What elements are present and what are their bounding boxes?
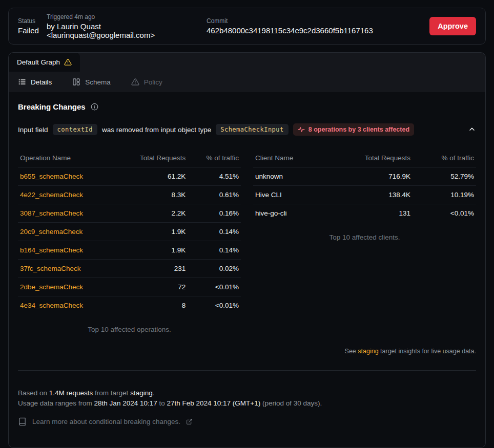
requests-count: 1.4M requests	[49, 389, 93, 397]
operation-link[interactable]: 2dbe_schemaCheck	[18, 278, 115, 296]
cell: 231	[115, 260, 188, 278]
range-end-date: 27th Feb 2024 10:17 (GMT+1)	[167, 399, 260, 407]
tab-schema[interactable]: Schema	[72, 78, 111, 86]
warning-triangle-icon	[64, 58, 72, 66]
cell: 0.16%	[188, 204, 241, 223]
operations-table: Operation NameTotal Requests% of traffic…	[18, 149, 241, 333]
cell: 0.02%	[188, 260, 241, 278]
info-icon[interactable]	[91, 103, 98, 111]
cell: 2.2K	[115, 204, 188, 223]
impact-badge[interactable]: 8 operations by 3 clients affected	[293, 123, 414, 136]
learn-more-link[interactable]: Learn more about conditional breaking ch…	[18, 417, 476, 426]
table-row: 37fc_schemaCheck2310.02%	[18, 260, 241, 278]
impact-badge-label: 8 operations by 3 clients affected	[308, 126, 409, 133]
tab-details[interactable]: Details	[18, 78, 52, 86]
check-nav: Details Schema Policy	[9, 72, 485, 92]
insights-note-suffix: target insights for live usage data.	[379, 348, 476, 355]
table-row: hive-go-cli131<0.01%	[253, 204, 476, 223]
column-header: Client Name	[253, 149, 326, 167]
tab-details-label: Details	[31, 78, 52, 86]
cell: <0.01%	[188, 278, 241, 296]
details-content: Breaking Changes Input field contextId w…	[9, 102, 485, 426]
triggered-label: Triggered 4m ago	[47, 13, 200, 20]
target-name: staging	[130, 389, 153, 397]
breaking-change-row[interactable]: Input field contextId was removed from i…	[18, 123, 476, 136]
panel-header: Default Graph Details	[9, 53, 485, 92]
graph-tab-row: Default Graph	[9, 53, 485, 72]
triggered-column: Triggered 4m ago by Laurin Quast <laurin…	[47, 13, 200, 39]
footer-text: Usage data ranges from	[18, 399, 94, 407]
cell: 72	[115, 278, 188, 296]
policy-warning-icon	[131, 78, 139, 86]
schema-check-panel: Default Graph Details	[8, 52, 486, 448]
commit-hash: 462b48000c34198115c34e9c2d3660f5b1167163	[207, 26, 373, 35]
book-icon	[18, 417, 27, 426]
check-summary-bar: Status Failed Triggered 4m ago by Laurin…	[8, 8, 486, 45]
learn-more-label: Learn more about conditional breaking ch…	[32, 418, 180, 425]
cell: unknown	[253, 167, 326, 186]
cell: 0.61%	[188, 186, 241, 204]
commit-label: Commit	[207, 17, 373, 25]
insights-note-prefix: See	[345, 348, 358, 355]
cell: <0.01%	[188, 296, 241, 315]
cell: 8	[115, 296, 188, 315]
footer-text: from target	[93, 389, 130, 397]
header-row: Client NameTotal Requests% of traffic	[253, 149, 476, 167]
graph-tab-label: Default Graph	[17, 58, 60, 66]
tab-schema-label: Schema	[85, 78, 111, 86]
status-value: Failed	[18, 26, 40, 35]
cell: 138.4K	[326, 186, 413, 204]
external-link-icon	[186, 418, 193, 425]
table-row: 2dbe_schemaCheck72<0.01%	[18, 278, 241, 296]
footer-line-1: Based on 1.4M requests from target stagi…	[18, 388, 476, 398]
approve-button[interactable]: Approve	[429, 17, 476, 35]
operation-link[interactable]: b655_schemaCheck	[18, 167, 115, 186]
staging-link[interactable]: staging	[358, 348, 378, 355]
usage-footer: Based on 1.4M requests from target stagi…	[18, 388, 476, 409]
cell: 0.14%	[188, 223, 241, 241]
cell: 1.9K	[115, 223, 188, 241]
header-row: Operation NameTotal Requests% of traffic	[18, 149, 241, 167]
list-icon	[18, 78, 26, 86]
footer-text: to	[157, 399, 167, 407]
usage-tables: Operation NameTotal Requests% of traffic…	[18, 149, 476, 333]
clients-caption: Top 10 affected clients.	[253, 233, 476, 241]
operation-link[interactable]: 20c9_schemaCheck	[18, 223, 115, 241]
cell: 52.79%	[413, 167, 476, 186]
column-header: % of traffic	[188, 149, 241, 167]
table-row: 20c9_schemaCheck1.9K0.14%	[18, 223, 241, 241]
table-row: 3087_schemaCheck2.2K0.16%	[18, 204, 241, 223]
footer-text: (period of 30 days).	[260, 399, 322, 407]
cell: 0.14%	[188, 241, 241, 260]
operation-link[interactable]: 4e22_schemaCheck	[18, 186, 115, 204]
field-code-chip: contextId	[53, 124, 98, 135]
cell: Hive CLI	[253, 186, 326, 204]
cell: hive-go-cli	[253, 204, 326, 223]
operation-link[interactable]: 4e34_schemaCheck	[18, 296, 115, 315]
footer-divider	[18, 370, 476, 371]
status-label: Status	[18, 17, 40, 25]
breaking-changes-header: Breaking Changes	[18, 102, 476, 111]
type-code-chip: SchemaCheckInput	[216, 124, 289, 135]
table-row: b164_schemaCheck1.9K0.14%	[18, 241, 241, 260]
tab-policy[interactable]: Policy	[131, 78, 162, 86]
operation-link[interactable]: 3087_schemaCheck	[18, 204, 115, 223]
cell: 10.19%	[413, 186, 476, 204]
operation-link[interactable]: b164_schemaCheck	[18, 241, 115, 260]
cell: <0.01%	[413, 204, 476, 223]
clients-table: Client NameTotal Requests% of trafficunk…	[253, 149, 476, 333]
footer-text: Based on	[18, 389, 49, 397]
column-header: % of traffic	[413, 149, 476, 167]
chevron-up-icon[interactable]	[468, 125, 476, 134]
schema-icon	[72, 78, 80, 86]
operation-link[interactable]: 37fc_schemaCheck	[18, 260, 115, 278]
column-header: Total Requests	[115, 149, 188, 167]
column-header: Operation Name	[18, 149, 115, 167]
cell: 61.2K	[115, 167, 188, 186]
triggered-by: by Laurin Quast <laurinquast@googlemail.…	[47, 22, 200, 39]
table-row: 4e34_schemaCheck8<0.01%	[18, 296, 241, 315]
change-text-prefix: Input field	[18, 126, 48, 134]
tab-default-graph[interactable]: Default Graph	[9, 53, 80, 72]
status-column: Status Failed	[18, 17, 40, 35]
section-title: Breaking Changes	[18, 102, 86, 111]
